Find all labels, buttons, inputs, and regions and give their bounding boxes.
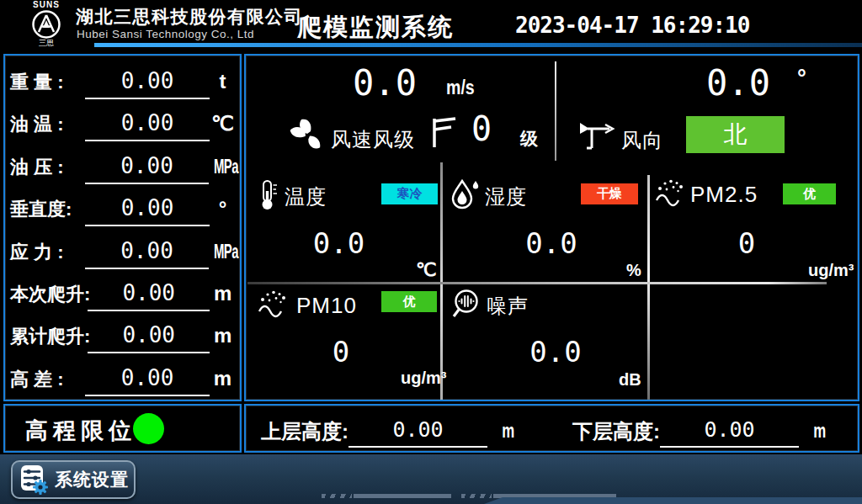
wind-speed-label: 风速风级 <box>331 126 415 153</box>
thermometer-icon <box>258 179 278 211</box>
metric-label: 累计爬升: <box>10 320 88 353</box>
wind-level-unit: 级 <box>520 127 538 151</box>
pm10-icon <box>258 289 290 320</box>
noise-label: 噪声 <box>487 293 529 320</box>
upper-height-unit: m <box>502 414 514 448</box>
lower-height-group: 下层高度: 0.00 m <box>572 411 828 448</box>
metric-label: 重 量 : <box>10 66 85 99</box>
metric-row-height-diff: 高 差 : 0.00 m <box>10 358 236 396</box>
metric-row-oil-temp: 油 温 : 0.00 ℃ <box>10 103 236 141</box>
footer-decor-stripes <box>461 494 492 498</box>
metric-label: 油 温 : <box>10 108 85 141</box>
metric-value: 0.00 <box>120 238 173 263</box>
metric-row-stress: 应 力 : 0.00 MPa <box>10 231 236 269</box>
upper-height-value: 0.00 <box>392 417 443 442</box>
humidity-icon <box>450 178 482 211</box>
pm10-label: PM10 <box>296 293 357 319</box>
monitor-panel: 0.0 m/s 风速风级 0 级 0.0 ° 风向 北 <box>244 54 859 401</box>
company-name-en: Hubei Sansi Technology Co., Ltd <box>77 28 254 40</box>
wind-speed-unit: m/s <box>446 77 475 99</box>
metric-value: 0.00 <box>122 322 175 347</box>
wind-level-value: 0 <box>456 109 507 148</box>
page-title: 爬模监测系统 <box>297 11 454 45</box>
lower-height-value: 0.00 <box>704 417 754 442</box>
metric-unit: MPa <box>214 149 231 184</box>
lower-height-unit: m <box>813 414 826 448</box>
metric-unit: m <box>210 276 236 311</box>
temperature-unit: ℃ <box>416 259 437 281</box>
sansi-logo-icon <box>29 9 63 40</box>
wind-direction-value: 0.0 <box>679 62 797 103</box>
humidity-status-badge: 干燥 <box>581 183 638 204</box>
metric-unit: m <box>210 361 236 396</box>
metric-label: 本次爬升: <box>10 278 88 311</box>
temperature-value: 0.0 <box>295 226 383 260</box>
wind-direction-unit: ° <box>797 66 806 92</box>
metric-label: 油 压 : <box>10 151 85 184</box>
header-accent-line <box>94 43 862 47</box>
humidity-value: 0.0 <box>505 226 598 260</box>
grid-divider <box>647 175 650 400</box>
screen: SUNS 三思 湖北三思科技股份有限公司 Hubei Sansi Technol… <box>0 0 862 504</box>
elevation-limit-panel: 高程限位 <box>3 404 242 453</box>
header: SUNS 三思 湖北三思科技股份有限公司 Hubei Sansi Technol… <box>0 0 862 52</box>
footer-decor-band <box>484 497 862 504</box>
grid-divider <box>247 282 827 284</box>
metric-label: 应 力 : <box>10 236 85 269</box>
system-settings-button[interactable]: 系统设置 <box>11 460 136 499</box>
metric-unit: ° <box>210 191 236 226</box>
metric-value: 0.00 <box>120 153 173 178</box>
upper-height-group: 上层高度: 0.00 m <box>261 411 517 448</box>
company-logo: SUNS 三思 <box>20 1 72 47</box>
noise-value: 0.0 <box>509 335 602 369</box>
metric-label: 高 差 : <box>10 363 85 396</box>
wind-direction-button[interactable]: 北 <box>686 116 785 153</box>
settings-sliders-gear-icon <box>19 464 50 496</box>
wind-section-divider <box>555 61 556 161</box>
elevation-limit-label: 高程限位 <box>25 416 136 446</box>
metric-unit: ℃ <box>210 106 236 141</box>
logo-sansi-text: 三思 <box>20 40 72 47</box>
metric-row-total-climb: 累计爬升: 0.00 m <box>10 315 236 353</box>
metric-label: 垂直度: <box>10 193 85 226</box>
logo-suns-text: SUNS <box>20 1 72 9</box>
datetime-display: 2023-04-17 16:29:10 <box>515 13 749 38</box>
fan-icon <box>288 116 327 155</box>
humidity-label: 湿度 <box>485 183 527 210</box>
footer-decor-bar <box>354 494 451 498</box>
temperature-label: 温度 <box>285 183 327 210</box>
pm25-unit: ug/m³ <box>808 261 854 280</box>
metric-value: 0.00 <box>121 110 174 135</box>
temperature-status-badge: 寒冷 <box>381 183 438 204</box>
system-settings-label: 系统设置 <box>55 468 129 491</box>
pm25-value: 0 <box>705 226 789 260</box>
noise-icon <box>450 288 482 320</box>
metric-unit: m <box>210 318 236 353</box>
grid-divider <box>440 162 443 400</box>
metrics-panel: 重 量 : 0.00 t 油 温 : 0.00 ℃ 油 压 : 0.00 MPa… <box>3 54 242 401</box>
pm10-status-badge: 优 <box>381 291 437 312</box>
footer-decor-stripes <box>322 494 352 498</box>
metric-value: 0.00 <box>121 68 174 93</box>
metric-unit: t <box>210 64 236 99</box>
footer-bar: 系统设置 <box>0 454 862 504</box>
pm25-status-badge: 优 <box>783 183 836 204</box>
humidity-unit: % <box>626 261 641 280</box>
lower-height-label: 下层高度: <box>572 416 660 448</box>
metric-row-current-climb: 本次爬升: 0.00 m <box>10 273 236 311</box>
wind-direction-label: 风向 <box>621 127 663 154</box>
metric-value: 0.00 <box>121 195 174 220</box>
pm25-label: PM2.5 <box>690 182 758 208</box>
pm25-icon <box>655 178 687 209</box>
noise-unit: dB <box>619 370 641 390</box>
metric-value: 0.00 <box>121 365 174 390</box>
elevation-limit-status-light <box>133 413 164 444</box>
upper-height-label: 上层高度: <box>261 416 349 448</box>
metric-row-verticality: 垂直度: 0.00 ° <box>10 188 236 226</box>
metric-value: 0.00 <box>122 280 175 305</box>
wind-level-icon <box>429 116 458 150</box>
metric-row-weight: 重 量 : 0.00 t <box>10 61 236 99</box>
wind-vane-icon <box>577 119 616 151</box>
wind-speed-value: 0.0 <box>326 62 444 103</box>
metric-unit: MPa <box>214 234 231 269</box>
